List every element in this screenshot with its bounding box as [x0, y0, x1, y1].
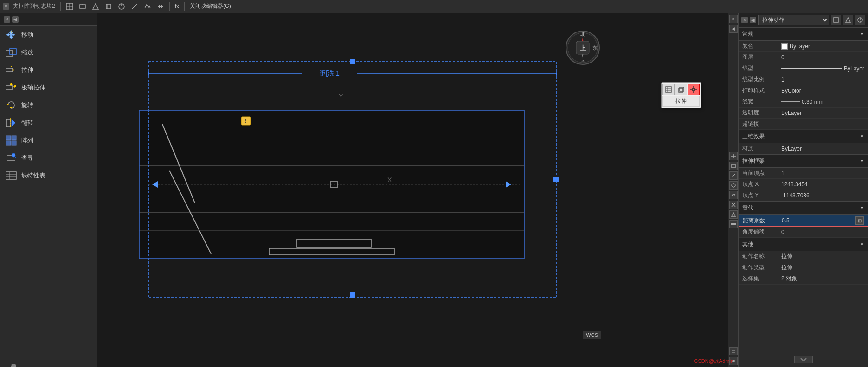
prop-print-style-label: 打印样式: [742, 87, 779, 95]
section-general[interactable]: 常规 ▼: [739, 27, 868, 41]
compass-east: 东: [592, 45, 598, 51]
action-dropdown[interactable]: 拉伸动作: [758, 15, 829, 25]
section-substitute[interactable]: 替代 ▼: [739, 201, 868, 215]
prop-hyperlink: 超链接: [739, 119, 868, 130]
tool-block-table[interactable]: 块特性表: [0, 167, 97, 184]
close-editor-button[interactable]: 关闭块编辑器(C): [188, 1, 233, 11]
prop-distance-multiplier-input[interactable]: [780, 217, 855, 224]
tool-flip[interactable]: 翻转: [0, 114, 97, 132]
prop-linetype-scale-value: 1: [779, 76, 864, 83]
prop-print-style-value: ByColor: [779, 88, 864, 94]
rp-bottom-expand[interactable]: [794, 356, 813, 363]
color-text: ByLayer: [790, 43, 810, 50]
rp-icon-1[interactable]: [831, 15, 841, 25]
vtb-5[interactable]: [729, 191, 738, 199]
vtb-3[interactable]: [729, 171, 738, 180]
svg-marker-31: [12, 119, 15, 127]
svg-rect-75: [666, 87, 671, 92]
calculator-icon[interactable]: ⊞: [855, 216, 864, 225]
section-stretch-frame[interactable]: 拉伸框架 ▼: [739, 154, 868, 168]
right-panel-close[interactable]: ×: [741, 17, 748, 23]
prop-vertex-x-label: 顶点 X: [742, 180, 779, 188]
svg-point-40: [12, 153, 15, 157]
prop-layer: 图层 0: [739, 52, 868, 63]
context-edit-icon[interactable]: [662, 84, 675, 95]
tool-polar-stretch[interactable]: 极轴拉伸: [0, 79, 97, 96]
rp-icon-2[interactable]: [843, 15, 853, 25]
vtb-4[interactable]: [729, 181, 738, 190]
prop-transparency: 透明度 ByLayer: [739, 108, 868, 119]
toolbar-icon-6[interactable]: [129, 2, 140, 11]
context-copy-icon[interactable]: [675, 84, 687, 95]
linewidth-sample: [781, 101, 800, 102]
section-general-title: 常规: [742, 30, 753, 38]
tool-array-label: 阵列: [21, 136, 33, 145]
side-tab-left-1[interactable]: 综合动作编辑器: [9, 358, 18, 361]
svg-rect-33: [6, 136, 11, 140]
canvas-area: 距[洗 1 Y X !: [97, 13, 738, 367]
section-other[interactable]: 其他 ▼: [739, 238, 868, 251]
toolbar-icon-3[interactable]: [90, 2, 101, 11]
vtb-1[interactable]: [729, 152, 738, 160]
drawing-canvas: 距[洗 1 Y X !: [97, 13, 738, 367]
vtb-6[interactable]: [729, 201, 738, 209]
panel-close-btn[interactable]: ×: [3, 3, 9, 10]
svg-rect-25: [6, 86, 13, 89]
prop-transparency-label: 透明度: [742, 109, 779, 117]
right-panel-pin[interactable]: ◀: [750, 17, 756, 23]
tool-search[interactable]: 查寻: [0, 149, 97, 167]
left-panel-pin[interactable]: ◀: [12, 16, 19, 23]
watermark: CSDN@战Admin: [694, 358, 733, 365]
prop-action-type-value: 拉伸: [779, 264, 864, 272]
vtb-8[interactable]: [729, 220, 738, 228]
tool-stretch[interactable]: 拉伸: [0, 61, 97, 79]
fx-button[interactable]: fx: [173, 2, 181, 11]
vtb-bottom-1[interactable]: [729, 347, 738, 355]
prop-action-type: 动作类型 拉伸: [739, 262, 868, 273]
svg-rect-34: [12, 136, 16, 140]
toolbar-icon-5[interactable]: [116, 2, 127, 11]
svg-rect-68: [350, 59, 355, 64]
section-stretch-frame-arrow: ▼: [860, 158, 864, 164]
tool-rotate-label: 旋转: [21, 101, 33, 109]
linewidth-text: 0.30 mm: [802, 99, 823, 105]
context-settings-icon[interactable]: [688, 84, 700, 95]
prop-selection-set: 选择集 2 对象: [739, 273, 868, 285]
svg-marker-24: [10, 66, 12, 67]
vtb-collapse[interactable]: ◀: [729, 25, 738, 33]
svg-text:X: X: [387, 176, 392, 184]
vtb-2[interactable]: [729, 162, 738, 170]
tool-move[interactable]: 移动: [0, 26, 97, 44]
section-other-arrow: ▼: [860, 242, 864, 247]
prop-vertex-y-value: -1143.7036: [779, 192, 864, 199]
prop-material: 材质 ByLayer: [739, 143, 868, 154]
prop-action-type-label: 动作类型: [742, 264, 779, 272]
linetype-sample: [781, 68, 842, 69]
toolbar-icon-2[interactable]: [77, 2, 88, 11]
tools-list: 移动 缩放 拉伸: [0, 26, 97, 184]
vtb-close[interactable]: ×: [729, 15, 738, 23]
prop-linewidth-value: 0.30 mm: [779, 99, 864, 105]
tool-rotate[interactable]: 旋转: [0, 96, 97, 114]
left-panel-close[interactable]: ×: [4, 16, 10, 23]
tool-array[interactable]: 阵列: [0, 132, 97, 149]
toolbar-icon-7[interactable]: [142, 2, 153, 11]
prop-current-vertex-value: 1: [779, 170, 864, 177]
context-toolbar: 拉伸: [661, 82, 701, 108]
prop-vertex-y-label: 顶点 Y: [742, 191, 779, 199]
toolbar-icon-8[interactable]: [155, 2, 166, 11]
toolbar-icon-4[interactable]: [103, 2, 114, 11]
rp-icon-3[interactable]: [855, 15, 865, 25]
svg-rect-100: [731, 223, 736, 225]
section-3d[interactable]: 三维效果 ▼: [739, 130, 868, 143]
separator2: [169, 2, 170, 11]
svg-line-95: [732, 174, 735, 177]
wcs-label[interactable]: WCS: [583, 331, 601, 339]
vtb-7[interactable]: [729, 210, 738, 219]
svg-point-81: [692, 88, 695, 91]
stretch-icon: [5, 64, 18, 76]
toolbar-icon-1[interactable]: [64, 2, 75, 11]
tool-scale[interactable]: 缩放: [0, 44, 97, 61]
prop-linetype: 线型 ByLayer: [739, 63, 868, 74]
prop-distance-multiplier-label: 距离乘数: [743, 217, 780, 225]
